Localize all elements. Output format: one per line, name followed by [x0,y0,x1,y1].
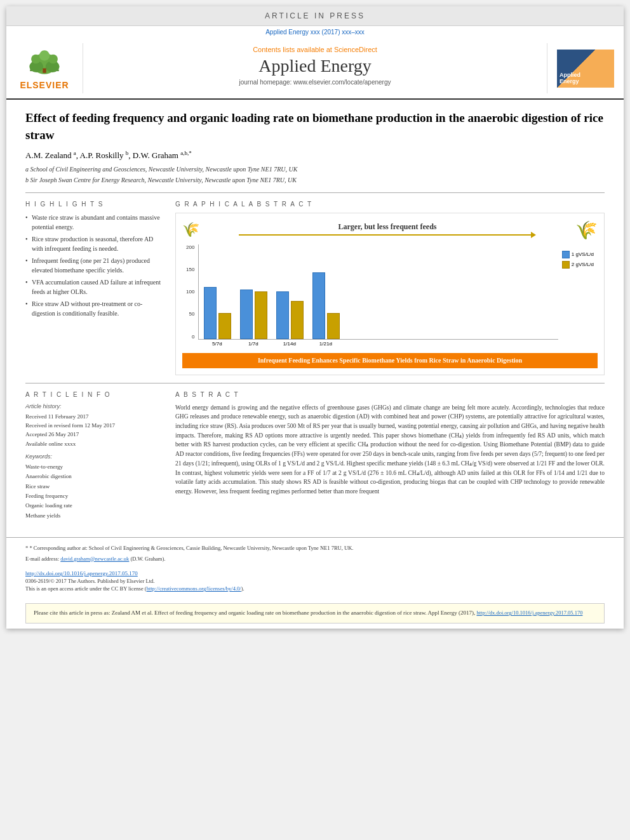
elsevier-logo-area: ELSEVIER [6,43,83,93]
divider-2 [25,383,605,383]
bar-3-blue [276,291,289,339]
chart-legend: 1 gVS/L/d 2 gVS/L/d [562,244,594,348]
svg-point-5 [31,55,41,64]
graph-title: Larger, but less frequent feeds [338,222,437,232]
page: ARTICLE IN PRESS Applied Energy xxx (201… [6,6,624,629]
abstract-heading: A B S T R A C T [175,391,605,398]
bar-group-1 [204,287,231,339]
graphical-abstract-heading: G R A P H I C A L A B S T R A C T [175,201,605,208]
authors-line: A.M. Zealand a, A.P. Roskilly b, D.W. Gr… [25,150,605,161]
svg-point-6 [48,55,58,64]
straw-small-icon: 🌾 [182,222,199,238]
y-tick-150: 150 [186,267,194,272]
highlights-heading: H I G H L I G H T S [25,201,165,208]
revised-date: Received in revised form 12 May 2017 [25,422,115,429]
chart-area: 200 150 100 50 0 [182,244,598,348]
available-online: Available online xxxx [25,441,76,447]
abstract-text: World energy demand is growing and the n… [175,403,605,497]
bar-4-blue [312,272,325,339]
bars-container [198,244,558,340]
article-history: Received 11 February 2017 Received in re… [25,412,165,449]
article-title: Effect of feeding frequency and organic … [25,110,605,143]
x-labels: 5/7d 1/7d 1/14d 1/21d [198,340,558,348]
received-date: Received 11 February 2017 [25,413,88,420]
keyword-2: Anaerobic digestion [25,473,72,479]
corresponding-author-note: * * Corresponding author at: School of C… [25,544,605,552]
issn-line: 0306-2619/© 2017 The Authors. Published … [25,578,605,585]
highlight-1: Waste rice straw is abundant and contain… [25,213,165,232]
article-info-heading: A R T I C L E I N F O [25,391,165,398]
keyword-4: Feeding frequency [25,493,68,499]
bar-2-gold [255,291,267,339]
keywords-label: Keywords: [25,453,165,460]
affiliation-a: a School of Civil Engineering and Geosci… [25,165,605,174]
svg-rect-4 [43,69,46,73]
doi-link[interactable]: http://dx.doi.org/10.1016/j.apenergy.201… [25,570,605,577]
graph-title-row: 🌾 Larger, but less frequent feeds 🌾 [182,220,598,241]
bar-3-gold [291,301,304,339]
sciencedirect-label: Contents lists available at ScienceDirec… [90,46,540,53]
email-link[interactable]: david.graham@newcastle.ac.uk [60,556,129,562]
legend-swatch-blue [562,251,570,258]
svg-point-7 [39,50,50,60]
chart-caption: Infrequent Feeding Enhances Specific Bio… [182,353,598,368]
y-axis: 200 150 100 50 0 [186,244,194,340]
bar-2-blue [240,290,253,339]
main-content: Effect of feeding frequency and organic … [6,100,624,531]
keywords-section: Keywords: Waste-to-energy Anaerobic dige… [25,453,165,521]
aip-banner: ARTICLE IN PRESS [6,6,624,26]
y-tick-0: 0 [192,334,194,340]
abstract-column: A B S T R A C T World energy demand is g… [175,391,605,521]
highlight-4: VFA accumulation caused AD failure at in… [25,277,165,297]
journal-doi-line: Applied Energy xxx (2017) xxx–xxx [6,26,624,38]
bar-pair-3 [276,291,304,339]
x-label-2: 1/7d [239,341,267,347]
bar-pair-4 [312,272,340,339]
keyword-6: Methane yields [25,512,60,519]
arrow-line-left [239,234,530,236]
applied-energy-logo: AppliedEnergy [557,50,614,88]
y-tick-50: 50 [189,311,194,317]
highlight-5: Rice straw AD without pre-treatment or c… [25,299,165,318]
arrow-container [239,232,535,238]
legend-item-1: 1 gVS/L/d [562,251,594,258]
applied-energy-logo-area: AppliedEnergy [547,43,624,93]
bar-group-3 [276,291,304,339]
x-label-3: 1/14d [276,341,303,347]
keywords-list: Waste-to-energy Anaerobic digestion Rice… [25,462,165,521]
highlights-column: H I G H L I G H T S Waste rice straw is … [25,201,165,375]
keyword-1: Waste-to-energy [25,463,63,470]
email-attribution: (D.W. Graham). [131,556,166,562]
keyword-5: Organic loading rate [25,502,72,509]
cc-license-link[interactable]: http://creativecommons.org/licenses/by/4… [147,585,241,592]
license-line: This is an open access article under the… [25,585,605,593]
cite-text: Please cite this article in press as: Ze… [34,610,475,616]
email-line: E-mail address: david.graham@newcastle.a… [25,555,605,563]
elsevier-logo: ELSEVIER [20,46,69,90]
divider-1 [25,192,605,193]
bar-group-2 [240,290,267,339]
y-tick-200: 200 [186,244,194,250]
journal-url: journal homepage: www.elsevier.com/locat… [90,79,540,86]
elsevier-tree-icon [25,46,64,78]
bar-group-4 [312,272,340,339]
keyword-3: Rice straw [25,483,50,490]
citation-box: Please cite this article in press as: Ze… [25,603,605,623]
legend-label-1: 1 gVS/L/d [572,251,594,257]
article-info-abstract-section: A R T I C L E I N F O Article history: R… [25,391,605,521]
article-info-column: A R T I C L E I N F O Article history: R… [25,391,165,521]
bar-1-blue [204,287,217,339]
bar-4-gold [327,313,340,339]
bar-1-gold [218,313,231,339]
journal-center: Contents lists available at ScienceDirec… [83,43,547,93]
journal-name: Applied Energy [90,56,540,76]
bar-pair-1 [204,287,231,339]
highlight-2: Rice straw production is seasonal, there… [25,234,165,253]
y-tick-100: 100 [186,289,194,295]
cite-doi-link[interactable]: http://dx.doi.org/10.1016/j.apenergy.201… [476,610,582,616]
journal-header: ELSEVIER Contents lists available at Sci… [6,38,624,100]
email-label: E-mail address: [25,556,59,562]
highlight-3: Infrequent feeding (one per 21 days) pro… [25,256,165,275]
bar-pair-2 [240,290,267,339]
graphical-abstract-column: G R A P H I C A L A B S T R A C T 🌾 Larg… [175,201,605,375]
